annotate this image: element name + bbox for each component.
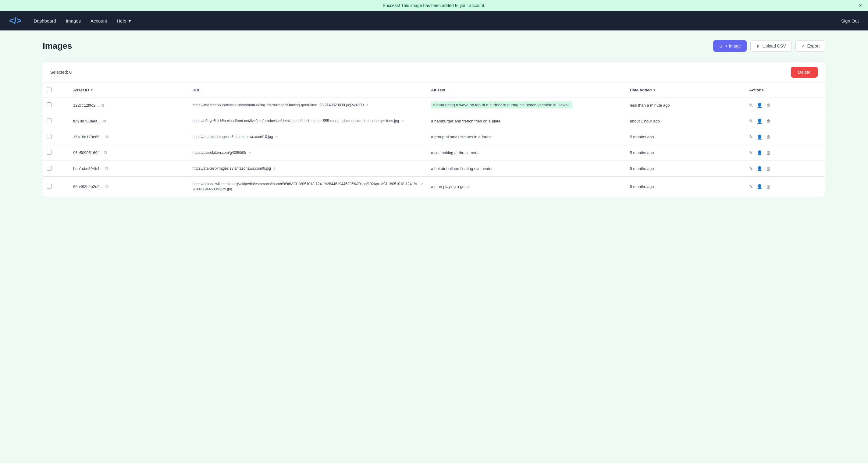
table-top-bar: Selected: 0 Delete bbox=[43, 62, 825, 83]
th-actions: Actions bbox=[745, 83, 825, 97]
asset-id-cell: 96e50905169f... ⧉ bbox=[73, 150, 185, 155]
table-row: 66a462b4e2d2... ⧉ https://upload.wikimed… bbox=[43, 177, 825, 197]
url-cell: https://upload.wikimedia.org/wikipedia/c… bbox=[192, 181, 424, 192]
date-added: 5 months ago bbox=[626, 129, 745, 145]
alt-text: a group of small statues in a forest bbox=[431, 135, 492, 139]
th-url: URL bbox=[189, 83, 427, 97]
row-checkbox-4[interactable] bbox=[46, 166, 52, 171]
nav-help[interactable]: Help ▼ bbox=[117, 18, 132, 24]
page-header: Images ⊕ + Image ⬆ Upload CSV ↗ Export bbox=[43, 40, 825, 52]
alt-text: a cat looking at the camera bbox=[431, 151, 478, 155]
th-alt-text: Alt Text bbox=[427, 83, 626, 97]
images-table: Asset ID ▼ URL Alt Text Date Added ▼ Act… bbox=[43, 83, 825, 197]
asset-id-text: 15a18a119e66... bbox=[73, 135, 103, 139]
edit-icon[interactable]: ✎ bbox=[749, 119, 753, 124]
users-icon[interactable]: 👤 bbox=[757, 103, 763, 108]
edit-icon[interactable]: ✎ bbox=[749, 184, 753, 190]
users-icon[interactable]: 👤 bbox=[757, 166, 763, 171]
date-added: 5 months ago bbox=[626, 161, 745, 177]
delete-row-icon[interactable]: 🗑 bbox=[766, 134, 771, 139]
edit-icon[interactable]: ✎ bbox=[749, 166, 753, 171]
delete-row-icon[interactable]: 🗑 bbox=[766, 150, 771, 155]
images-table-container: Selected: 0 Delete Asset ID ▼ URL Alt bbox=[43, 62, 825, 197]
delete-button[interactable]: Delete bbox=[791, 67, 818, 78]
date-added: 5 months ago bbox=[626, 145, 745, 161]
selected-count: Selected: 0 bbox=[50, 70, 72, 75]
th-asset-id: Asset ID ▼ bbox=[69, 83, 189, 97]
table-header-row: Asset ID ▼ URL Alt Text Date Added ▼ Act… bbox=[43, 83, 825, 97]
upload-icon: ⬆ bbox=[756, 43, 760, 48]
external-link-icon[interactable]: ↗ bbox=[421, 182, 424, 186]
edit-icon[interactable]: ✎ bbox=[749, 103, 753, 108]
sort-asset-id[interactable]: Asset ID ▼ bbox=[73, 88, 185, 92]
add-image-button[interactable]: ⊕ + Image bbox=[713, 40, 747, 52]
delete-row-icon[interactable]: 🗑 bbox=[766, 184, 771, 189]
upload-csv-button[interactable]: ⬆ Upload CSV bbox=[750, 40, 792, 52]
nav-account[interactable]: Account bbox=[91, 18, 107, 24]
table-row: f8f78d788aea... ⧉ https://d9hyo6bif16lx.… bbox=[43, 113, 825, 129]
page-title: Images bbox=[43, 41, 72, 51]
users-icon[interactable]: 👤 bbox=[757, 184, 763, 190]
asset-id-text: 122cc12fffc2... bbox=[73, 103, 99, 107]
users-icon[interactable]: 👤 bbox=[757, 119, 763, 124]
navigation: </> Dashboard Images Account Help ▼ Sign… bbox=[0, 11, 868, 30]
date-added: about 1 hour ago bbox=[626, 113, 745, 129]
asset-id-text: 66a462b4e2d2... bbox=[73, 184, 103, 189]
url-text: https://img.freepik.com/free-photo/man-r… bbox=[192, 103, 364, 108]
export-button[interactable]: ↗ Export bbox=[796, 40, 825, 52]
copy-icon[interactable]: ⧉ bbox=[101, 103, 104, 108]
external-link-icon[interactable]: ↗ bbox=[273, 166, 276, 171]
row-checkbox-0[interactable] bbox=[46, 102, 52, 107]
external-link-icon[interactable]: ↗ bbox=[365, 103, 369, 107]
delete-row-icon[interactable]: 🗑 bbox=[766, 166, 771, 171]
chevron-down-icon: ▼ bbox=[127, 18, 132, 24]
url-cell: https://img.freepik.com/free-photo/man-r… bbox=[192, 103, 424, 108]
nav-dashboard[interactable]: Dashboard bbox=[33, 18, 56, 24]
banner-close-button[interactable]: × bbox=[859, 2, 862, 9]
logo: </> bbox=[9, 16, 21, 26]
select-all-checkbox[interactable] bbox=[46, 87, 52, 92]
external-link-icon[interactable]: ↗ bbox=[248, 151, 251, 155]
sign-out-button[interactable]: Sign Out bbox=[841, 18, 859, 24]
action-icons: ✎ 👤 🗑 bbox=[749, 134, 822, 140]
external-link-icon[interactable]: ↗ bbox=[401, 119, 404, 123]
row-checkbox-3[interactable] bbox=[46, 150, 52, 155]
alt-text: a hot air balloon floating over water bbox=[431, 166, 493, 171]
url-cell: https://d9hyo6bif16lx.cloudfront.net/liv… bbox=[192, 119, 424, 124]
action-icons: ✎ 👤 🗑 bbox=[749, 166, 822, 171]
copy-icon[interactable]: ⧉ bbox=[105, 184, 108, 189]
url-text: https://upload.wikimedia.org/wikipedia/c… bbox=[192, 181, 419, 192]
date-added: 5 months ago bbox=[626, 177, 745, 197]
delete-row-icon[interactable]: 🗑 bbox=[766, 119, 771, 124]
row-checkbox-2[interactable] bbox=[46, 134, 52, 139]
nav-images[interactable]: Images bbox=[66, 18, 81, 24]
edit-icon[interactable]: ✎ bbox=[749, 134, 753, 140]
action-icons: ✎ 👤 🗑 bbox=[749, 184, 822, 190]
users-icon[interactable]: 👤 bbox=[757, 150, 763, 156]
url-text: https://placekitten.com/g/306/505 bbox=[192, 150, 246, 155]
delete-row-icon[interactable]: 🗑 bbox=[766, 103, 771, 108]
copy-icon[interactable]: ⧉ bbox=[105, 166, 108, 171]
edit-icon[interactable]: ✎ bbox=[749, 150, 753, 156]
sort-date-added[interactable]: Date Added ▼ bbox=[630, 88, 742, 92]
sort-arrow-date: ▼ bbox=[653, 88, 656, 92]
row-checkbox-1[interactable] bbox=[46, 118, 52, 123]
nav-links: Dashboard Images Account Help ▼ bbox=[33, 18, 841, 24]
asset-id-text: bee1cbe894b4... bbox=[73, 166, 103, 171]
copy-icon[interactable]: ⧉ bbox=[105, 134, 108, 139]
copy-icon[interactable]: ⧉ bbox=[103, 119, 106, 124]
table-row: bee1cbe894b4... ⧉ https://ata-test-image… bbox=[43, 161, 825, 177]
asset-id-cell: 15a18a119e66... ⧉ bbox=[73, 134, 185, 139]
copy-icon[interactable]: ⧉ bbox=[104, 150, 107, 155]
th-checkbox bbox=[43, 83, 69, 97]
asset-id-cell: 66a462b4e2d2... ⧉ bbox=[73, 184, 185, 189]
url-cell: https://ata-test-images.s3.amazonaws.com… bbox=[192, 166, 424, 171]
table-row: 96e50905169f... ⧉ https://placekitten.co… bbox=[43, 145, 825, 161]
success-message: Success! This image has been added to yo… bbox=[383, 3, 486, 8]
row-checkbox-5[interactable] bbox=[46, 184, 52, 189]
plus-circle-icon: ⊕ bbox=[719, 43, 723, 48]
url-text: https://d9hyo6bif16lx.cloudfront.net/liv… bbox=[192, 119, 399, 124]
users-icon[interactable]: 👤 bbox=[757, 134, 763, 140]
action-icons: ✎ 👤 🗑 bbox=[749, 103, 822, 108]
external-link-icon[interactable]: ↗ bbox=[275, 135, 278, 139]
